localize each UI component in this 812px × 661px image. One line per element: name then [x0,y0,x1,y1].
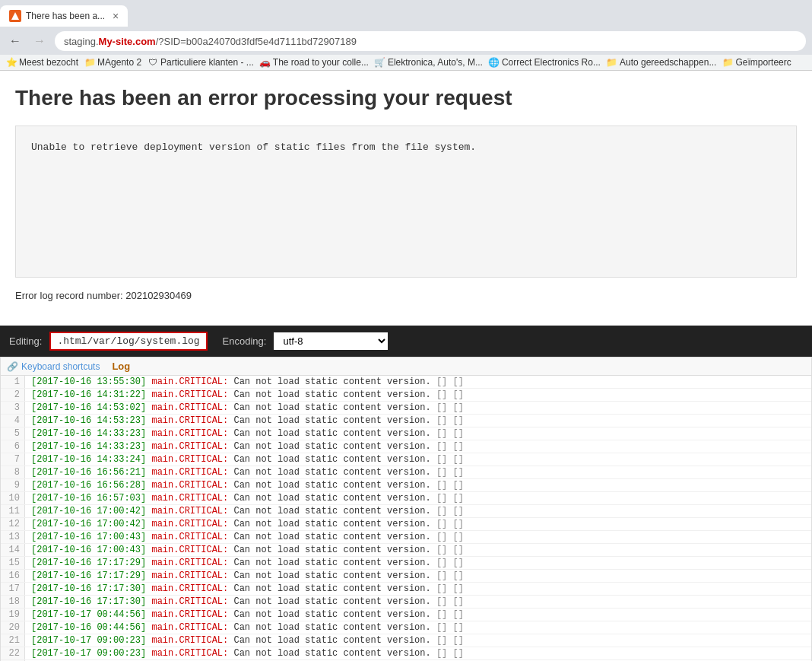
bookmark-label: Correct Electronics Ro... [502,57,601,68]
page-content: There has been an error processing your … [0,71,812,326]
table-row: 19[2017-10-17 00:44:56] main.CRITICAL: C… [1,609,811,621]
line-number: 5 [1,427,25,440]
line-content: [2017-10-17 09:00:23] main.CRITICAL: Can… [25,647,470,659]
error-box: Unable to retrieve deployment version of… [15,126,797,278]
line-number: 10 [1,492,25,504]
line-content: [2017-10-17 00:44:56] main.CRITICAL: Can… [25,609,470,621]
bookmark-magento[interactable]: 📁 MAgento 2 [84,57,141,68]
folder2-icon: 📁 [607,57,617,68]
keyboard-shortcuts-link[interactable]: 🔗 Keyboard shortcuts [7,361,100,372]
code-editor-wrapper: 🔗 Keyboard shortcuts Log 1[2017-10-16 13… [0,357,812,661]
line-content: [2017-10-16 17:17:30] main.CRITICAL: Can… [25,583,470,595]
editor-bar: Editing: .html/var/log/system.log Encodi… [0,326,812,357]
line-content: [2017-10-16 14:53:02] main.CRITICAL: Can… [25,402,470,414]
tab-bar: There has been a... × [0,0,812,27]
line-number: 14 [1,544,25,556]
table-row: 6[2017-10-16 14:33:23] main.CRITICAL: Ca… [1,440,811,453]
error-log-record: Error log record number: 202102930469 [15,290,797,301]
table-row: 13[2017-10-16 17:00:43] main.CRITICAL: C… [1,531,811,544]
line-content: [2017-10-16 17:17:29] main.CRITICAL: Can… [25,557,470,569]
bookmark-label: Elektronica, Auto's, M... [388,57,483,68]
table-row: 8[2017-10-16 16:56:21] main.CRITICAL: Ca… [1,466,811,479]
line-content: [2017-10-16 14:31:22] main.CRITICAL: Can… [25,389,470,401]
table-row: 9[2017-10-16 16:56:28] main.CRITICAL: Ca… [1,479,811,492]
address-staging: staging. [64,36,99,47]
bookmark-geimporteerd[interactable]: 📁 Geïmporteerc [722,57,791,68]
forward-button[interactable]: → [30,33,49,49]
line-number: 3 [1,402,25,414]
line-content: [2017-10-16 14:53:23] main.CRITICAL: Can… [25,415,470,427]
line-number: 17 [1,583,25,595]
address-bar: ← → staging.My-site.com/?SID=b00a24070d3… [0,27,812,55]
line-content: [2017-10-16 16:57:03] main.CRITICAL: Can… [25,492,470,504]
line-number: 8 [1,466,25,478]
bookmark-elektronica[interactable]: 🛒 Elektronica, Auto's, M... [375,57,483,68]
table-row: 22[2017-10-17 09:00:23] main.CRITICAL: C… [1,647,811,660]
code-area: 1[2017-10-16 13:55:30] main.CRITICAL: Ca… [1,376,811,661]
address-input[interactable]: staging.My-site.com/?SID=b00a24070d3fdf5… [55,31,806,51]
line-number: 18 [1,596,25,608]
table-row: 17[2017-10-16 17:17:30] main.CRITICAL: C… [1,583,811,596]
tab-close-button[interactable]: × [113,10,119,22]
line-number: 2 [1,389,25,401]
error-heading: There has been an error processing your … [15,86,797,110]
folder3-icon: 📁 [722,57,733,68]
error-message: Unable to retrieve deployment version of… [31,141,476,153]
line-content: [2017-10-16 17:00:43] main.CRITICAL: Can… [25,531,470,543]
shop-icon: 🛒 [375,57,385,68]
line-number: 6 [1,440,25,453]
line-number: 12 [1,518,25,530]
globe-icon: 🌐 [489,57,500,68]
table-row: 7[2017-10-16 14:33:24] main.CRITICAL: Ca… [1,453,811,466]
line-number: 1 [1,376,25,388]
keyboard-shortcuts-label: Keyboard shortcuts [21,361,100,372]
encoding-select[interactable]: utf-8 [274,332,388,350]
editor-toolbar: 🔗 Keyboard shortcuts Log [1,358,811,376]
browser-chrome: There has been a... × ← → staging.My-sit… [0,0,812,71]
encoding-label: Encoding: [223,335,267,347]
table-row: 16[2017-10-16 17:17:29] main.CRITICAL: C… [1,570,811,583]
bookmark-road[interactable]: 🚗 The road to your colle... [260,57,369,68]
bookmark-label: Geïmporteerc [735,57,791,68]
line-number: 19 [1,609,25,621]
line-number: 20 [1,621,25,634]
line-content: [2017-10-16 13:55:30] main.CRITICAL: Can… [25,376,470,388]
line-content: [2017-10-16 14:33:23] main.CRITICAL: Can… [25,440,470,453]
line-number: 7 [1,453,25,466]
line-number: 9 [1,479,25,491]
line-content: [2017-10-16 17:17:30] main.CRITICAL: Can… [25,596,470,608]
line-content: [2017-10-16 17:17:29] main.CRITICAL: Can… [25,570,470,582]
line-number: 16 [1,570,25,582]
editor-file-path: .html/var/log/system.log [49,332,207,351]
line-number: 13 [1,531,25,543]
back-button[interactable]: ← [6,33,24,49]
line-number: 21 [1,634,25,647]
table-row: 4[2017-10-16 14:53:23] main.CRITICAL: Ca… [1,415,811,427]
line-number: 11 [1,505,25,517]
line-content: [2017-10-16 16:56:28] main.CRITICAL: Can… [25,479,470,491]
bookmark-meest[interactable]: ⭐ Meest bezocht [6,57,78,68]
editing-label: Editing: [9,335,42,347]
table-row: 1[2017-10-16 13:55:30] main.CRITICAL: Ca… [1,376,811,389]
line-content: [2017-10-16 17:00:42] main.CRITICAL: Can… [25,518,470,530]
line-content: [2017-10-17 09:00:23] main.CRITICAL: Can… [25,634,470,647]
table-row: 20[2017-10-16 00:44:56] main.CRITICAL: C… [1,621,811,634]
bookmark-auto[interactable]: 📁 Auto gereedschappen... [607,57,716,68]
bookmark-correct[interactable]: 🌐 Correct Electronics Ro... [489,57,601,68]
bookmark-particuliere[interactable]: 🛡 Particuliere klanten - ... [147,57,254,68]
line-content: [2017-10-16 16:56:21] main.CRITICAL: Can… [25,466,470,478]
table-row: 18[2017-10-16 17:17:30] main.CRITICAL: C… [1,596,811,609]
line-content: [2017-10-16 17:00:42] main.CRITICAL: Can… [25,505,470,517]
shield-icon: 🛡 [147,57,158,68]
tab-title: There has been a... [26,11,105,21]
bookmark-label: Meest bezocht [19,57,78,68]
bookmark-label: Particuliere klanten - ... [160,57,254,68]
bookmark-label: MAgento 2 [97,57,141,68]
bookmark-label: The road to your colle... [273,57,369,68]
favicon [9,10,21,22]
table-row: 5[2017-10-16 14:33:23] main.CRITICAL: Ca… [1,427,811,440]
browser-tab[interactable]: There has been a... × [0,5,128,27]
line-content: [2017-10-16 17:00:43] main.CRITICAL: Can… [25,544,470,556]
line-content: [2017-10-16 14:33:23] main.CRITICAL: Can… [25,427,470,440]
log-tab[interactable]: Log [112,361,130,372]
